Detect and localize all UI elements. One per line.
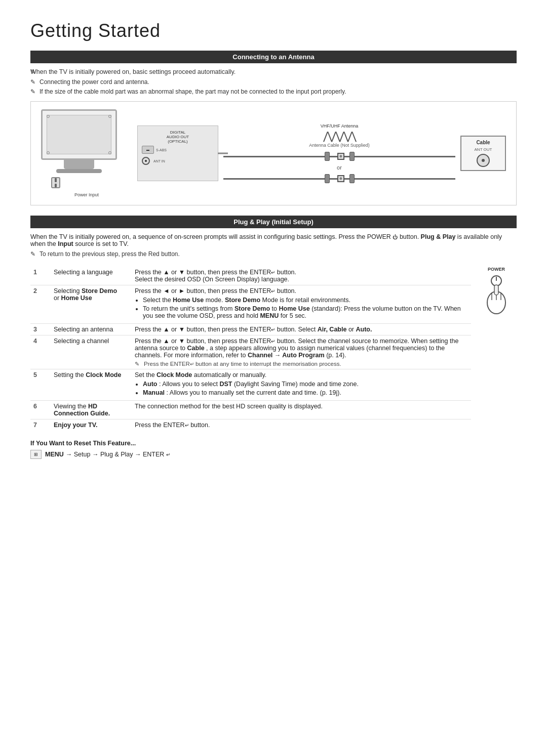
audio-port: ▬ [142,146,154,154]
or-text: or [337,164,342,171]
step-4-desc: Press the ▲ or ▼ button, then press the … [132,335,471,369]
step-1-title: Selecting a language [51,267,132,285]
antenna-intro: When the TV is initially powered on, bas… [30,68,517,75]
step-4-num: 4 [30,335,51,369]
page-title: Getting Started [30,20,517,41]
menu-path: ⊞ MENU → Setup → Plug & Play → ENTER ↵ [30,450,517,459]
step-4-title: Selecting a channel [51,335,132,369]
vhf-area: VHF/UHF Antenna ⋀⋀⋀⋀ Antenna Cable (Not … [309,123,370,148]
step-5-row: 5 Setting the Clock Mode Set the Clock M… [30,369,471,401]
plug-play-header: Plug & Play (Initial Setup) [30,216,517,228]
step-2-row: 2 Selecting Store Demo or Home Use Press… [30,285,471,324]
cable-box: Cable ANT OUT [460,136,506,171]
step-1-row: 1 Selecting a language Press the ▲ or ▼ … [30,267,471,285]
antenna-note2: If the size of the cable mold part was a… [30,88,517,95]
step-1-num: 1 [30,267,51,285]
steps-table: 1 Selecting a language Press the ▲ or ▼ … [30,267,471,431]
step-7-num: 7 [30,419,51,431]
power-label: POWER [476,267,517,272]
step-6-num: 6 [30,401,51,419]
section-antenna: Connecting to an Antenna When the TV is … [30,51,517,205]
menu-icon: ⊞ [30,450,42,459]
step-2-title: Selecting Store Demo or Home Use [51,285,132,324]
digital-audio-label: DIGITALAUDIO OUT(OPTICAL) [142,130,214,144]
ant-out-label: ANT OUT [464,147,502,152]
step-6-row: 6 Viewing the HD Connection Guide. The c… [30,401,471,419]
step-5-desc: Set the Clock Mode automatically or manu… [132,369,471,401]
step-5-title: Setting the Clock Mode [51,369,132,401]
step-7-title: Enjoy your TV. [51,419,132,431]
step-6-title: Viewing the HD Connection Guide. [51,401,132,419]
step-4-note: Press the ENTER↵ button at any time to i… [135,361,468,367]
tv-illustration: Power Input [41,109,132,197]
step-3-desc: Press the ▲ or ▼ button, then press the … [132,324,471,335]
step-7-desc: Press the ENTER↵ button. [132,419,471,431]
tv-back-panel: DIGITALAUDIO OUT(OPTICAL) ▬ S-ABS ANT IN [137,125,218,181]
ant-in-port [142,157,150,165]
svg-rect-6 [494,285,498,295]
power-hand-svg [479,275,514,315]
step-3-title: Selecting an antenna [51,324,132,335]
section-plug-play: Plug & Play (Initial Setup) When the TV … [30,216,517,459]
antenna-note1: Connecting the power cord and antenna. [30,78,517,86]
antenna-cable-label: Antenna Cable (Not Supplied) [309,143,370,148]
vhf-label: VHF/UHF Antenna [309,123,370,129]
step-3-num: 3 [30,324,51,335]
step-6-desc: The connection method for the best HD sc… [132,401,471,419]
step-5-num: 5 [30,369,51,401]
power-input-label: Power Input [41,192,132,197]
step-3-row: 3 Selecting an antenna Press the ▲ or ▼ … [30,324,471,335]
tv-screen [41,109,117,160]
plug-play-intro: When the TV is initially powered on, a s… [30,233,517,247]
reset-section: If You Want to Reset This Feature... ⊞ M… [30,440,517,459]
power-illustration: POWER [476,267,517,317]
plug-play-note: To return to the previous step, press th… [30,250,517,258]
step-2-num: 2 [30,285,51,324]
antenna-header: Connecting to an Antenna [30,51,517,63]
cable-label: Cable [464,140,502,145]
cable-port [477,154,490,167]
connection-area: VHF/UHF Antenna ⋀⋀⋀⋀ Antenna Cable (Not … [223,123,455,183]
step-7-row: 7 Enjoy your TV. Press the ENTER↵ button… [30,419,471,431]
reset-title: If You Want to Reset This Feature... [30,440,517,447]
step-1-desc: Press the ▲ or ▼ button, then press the … [132,267,471,285]
antenna-diagram: Power Input DIGITALAUDIO OUT(OPTICAL) ▬ … [30,101,517,205]
step-2-desc: Press the ◄ or ► button, then press the … [132,285,471,324]
step-4-row: 4 Selecting a channel Press the ▲ or ▼ b… [30,335,471,369]
ant-in-label: ANT IN [153,159,165,163]
